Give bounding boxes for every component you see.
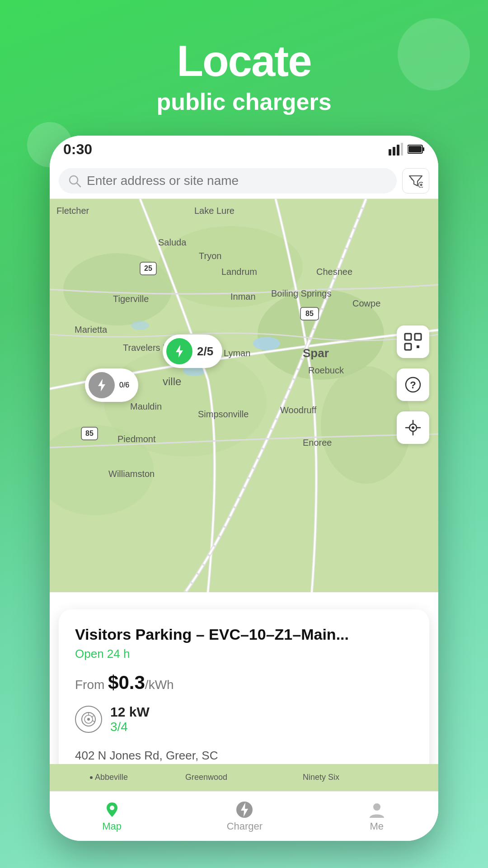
- status-icons: [389, 143, 425, 156]
- search-input[interactable]: [87, 174, 388, 188]
- battery-icon: [408, 144, 425, 154]
- charger-marker-gray-label: 0/6: [119, 381, 129, 389]
- charger-power: 12 kW: [110, 704, 150, 720]
- charger-info: 12 kW 3/4: [75, 704, 413, 734]
- svg-rect-2: [397, 145, 399, 156]
- svg-text:25: 25: [144, 264, 152, 272]
- charger-marker-gray[interactable]: 0/6: [85, 368, 138, 402]
- map-label-williamston: Williamston: [108, 469, 155, 479]
- svg-line-8: [77, 183, 80, 187]
- map-label-mauldin: Mauldin: [130, 401, 162, 412]
- charger-details: 12 kW 3/4: [110, 704, 150, 734]
- svg-text:85: 85: [305, 310, 314, 317]
- map-label-fletcher: Fletcher: [56, 206, 89, 216]
- nav-label-map: Map: [102, 821, 122, 832]
- map-label-tryon: Tryon: [199, 251, 221, 261]
- svg-line-56: [92, 721, 94, 722]
- nav-label-charger: Charger: [227, 821, 263, 832]
- nav-item-map[interactable]: Map: [102, 801, 122, 832]
- station-name: Visitors Parking – EVC–10–Z1–Main...: [75, 626, 413, 643]
- svg-text:Greenwood: Greenwood: [185, 773, 227, 782]
- charger-marker-gray-icon: [89, 372, 115, 398]
- status-time: 0:30: [63, 141, 92, 158]
- map-label-simpsonville: Simpsonville: [198, 409, 249, 420]
- svg-marker-33: [98, 379, 105, 392]
- scan-icon: [404, 333, 422, 351]
- svg-point-23: [131, 321, 149, 330]
- charger-marker-green-label: 2/5: [197, 344, 213, 359]
- charger-marker-green-icon: [166, 338, 192, 364]
- address-line1: 402 N Jones Rd, Greer, SC: [75, 749, 218, 762]
- map-label-cowpe: Cowpe: [352, 298, 380, 309]
- map-label-enoree: Enoree: [303, 438, 332, 448]
- svg-rect-34: [405, 334, 411, 340]
- map-label-tigerville: Tigerville: [113, 294, 149, 304]
- map-label-lakelure: Lake Lure: [194, 206, 235, 216]
- svg-rect-3: [401, 143, 403, 156]
- svg-rect-35: [415, 334, 421, 340]
- map-label-piedmont: Piedmont: [117, 434, 156, 444]
- help-icon: ?: [405, 377, 421, 393]
- location-button[interactable]: [397, 411, 429, 444]
- svg-marker-32: [176, 345, 183, 358]
- signal-icon: [389, 143, 403, 156]
- hero-subtitle: public chargers: [0, 88, 488, 115]
- search-input-wrapper[interactable]: [59, 168, 397, 193]
- svg-text:85: 85: [85, 429, 94, 437]
- filter-button[interactable]: [402, 168, 429, 193]
- map-label-roebuck: Roebuck: [308, 365, 344, 376]
- svg-rect-5: [422, 147, 424, 151]
- svg-text:Ninety Six: Ninety Six: [303, 773, 339, 782]
- map-bottom-strip: Abbeville Greenwood Ninety Six: [50, 764, 438, 791]
- station-status: Open 24 h: [75, 647, 413, 661]
- svg-point-45: [412, 426, 414, 429]
- search-bar: [50, 163, 438, 199]
- scan-button[interactable]: [397, 326, 429, 358]
- svg-rect-37: [417, 345, 419, 348]
- svg-text:Abbeville: Abbeville: [95, 773, 128, 782]
- map-label-chesnee: Chesnee: [316, 267, 352, 277]
- station-price: From $0.3/kWh: [75, 672, 413, 693]
- charger-marker-green[interactable]: 2/5: [163, 335, 222, 368]
- map-label-boilingsprings: Boiling Springs: [271, 288, 331, 299]
- nav-label-me: Me: [370, 821, 384, 832]
- nav-item-charger[interactable]: Charger: [227, 801, 263, 832]
- map-label-lyman: Lyman: [224, 348, 250, 359]
- phone-frame: 0:30: [50, 136, 438, 841]
- map-label-landrum: Landrum: [221, 267, 257, 277]
- nav-item-me[interactable]: Me: [368, 801, 386, 832]
- svg-text:?: ?: [410, 379, 416, 391]
- map-area[interactable]: 85 29 85 25 Fletcher Lake Lure Saluda Tr…: [50, 199, 438, 592]
- charger-bolt-icon: [235, 801, 253, 819]
- svg-rect-36: [405, 344, 411, 350]
- person-icon: [368, 801, 386, 819]
- map-label-ville: ville: [163, 375, 181, 388]
- map-label-inman: Inman: [230, 292, 256, 302]
- svg-point-58: [110, 806, 114, 810]
- price-prefix: From: [75, 678, 108, 692]
- price-value: $0.3: [108, 672, 145, 693]
- svg-point-48: [90, 776, 93, 779]
- svg-rect-1: [393, 147, 395, 156]
- charger-plug-icon: [75, 706, 102, 733]
- bottom-nav: Map Charger Me: [50, 791, 438, 841]
- filter-icon: [408, 174, 423, 188]
- svg-point-61: [373, 803, 380, 811]
- search-icon: [68, 174, 81, 188]
- help-button[interactable]: ?: [397, 368, 429, 401]
- map-label-spar: Spar: [303, 346, 329, 360]
- map-pin-icon: [103, 801, 121, 819]
- status-bar: 0:30: [50, 136, 438, 163]
- price-unit: /kWh: [145, 678, 174, 692]
- charger-slots: 3/4: [110, 720, 150, 734]
- map-label-saluda: Saluda: [158, 237, 186, 248]
- map-label-marietta: Marietta: [75, 325, 107, 335]
- hero-title: Locate: [0, 36, 488, 86]
- svg-rect-0: [389, 149, 391, 156]
- map-label-woodruff: Woodruff: [280, 405, 316, 415]
- svg-point-53: [87, 718, 90, 721]
- location-icon: [405, 420, 421, 436]
- svg-point-21: [253, 337, 280, 350]
- svg-rect-6: [408, 146, 422, 152]
